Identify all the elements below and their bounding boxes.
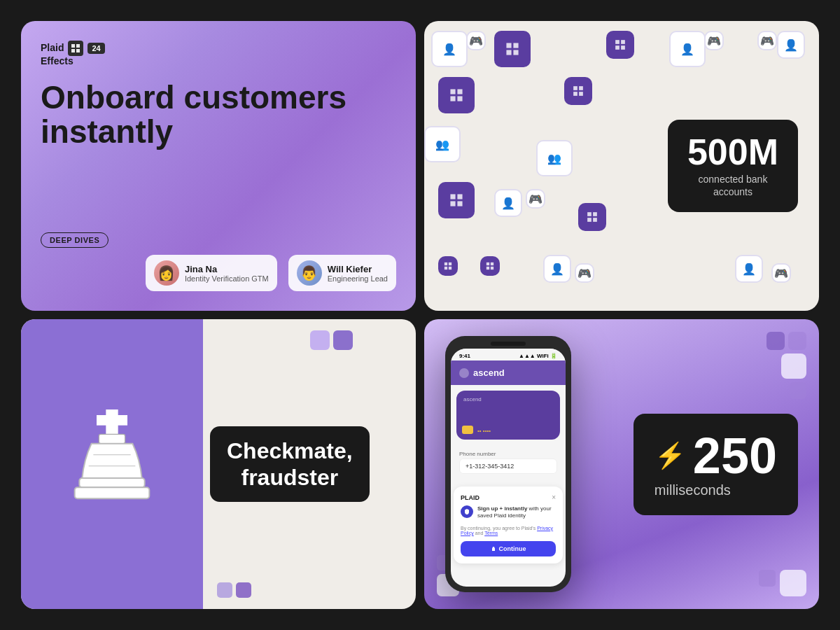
svg-rect-20 <box>450 194 455 199</box>
modal-text-block: Sign up + instantly with your saved Plai… <box>477 505 556 520</box>
continue-button[interactable]: Continue <box>461 541 556 556</box>
modal-and: and <box>475 531 484 536</box>
svg-rect-40 <box>75 487 150 498</box>
card-checkmate: Checkmate, fraudster <box>21 319 416 609</box>
svg-rect-0 <box>71 44 75 48</box>
svg-rect-11 <box>621 46 625 50</box>
phone-signal: ▲▲▲ WiFi 🔋 <box>519 353 557 359</box>
svg-rect-25 <box>593 212 597 216</box>
plaid-shield-icon <box>461 505 473 518</box>
deco-squares-tr <box>766 332 806 399</box>
svg-rect-3 <box>76 49 80 52</box>
modal-legal: By continuing, you agree to Plaid's <box>461 526 536 531</box>
btn-label-text: Continue <box>499 545 526 552</box>
svg-rect-39 <box>79 478 144 487</box>
plaid-modal-body: Sign up + instantly with your saved Plai… <box>461 505 556 520</box>
deco-squares-br <box>759 570 806 596</box>
node-person-2: 🎮 <box>466 31 486 50</box>
corner-deco-bottom <box>217 582 251 598</box>
node-person-8: 👥 <box>536 140 573 176</box>
modal-terms-link[interactable]: Terms <box>484 531 498 536</box>
node-plaid-2 <box>606 31 634 59</box>
phone-form-area: Phone number +1-312-345-3412 <box>451 445 566 484</box>
node-person-5: 👤 <box>777 31 805 59</box>
svg-rect-23 <box>457 201 462 206</box>
card-onboard: Plaid 24 Effects Onboard customers <box>21 21 416 311</box>
svg-rect-4 <box>506 43 511 48</box>
lock-icon <box>491 546 496 552</box>
svg-rect-33 <box>491 262 493 265</box>
svg-rect-32 <box>486 262 489 265</box>
svg-rect-27 <box>593 218 597 222</box>
node-person-11: 👤 <box>543 255 571 283</box>
speaker2-avatar: 👨 <box>297 260 322 286</box>
stat-label-line2: accounts <box>713 186 752 197</box>
node-person-9: 👤 <box>494 189 522 217</box>
speaker1-name: Jina Na <box>185 264 269 274</box>
speaker2-info: Will Kiefer Engineering Lead <box>328 264 388 283</box>
svg-rect-17 <box>579 86 583 90</box>
svg-rect-35 <box>491 267 493 270</box>
ms-number: 250 <box>693 430 777 481</box>
card-brand-name: ascend <box>463 396 482 402</box>
phone-mockup: 9:41 ▲▲▲ WiFi 🔋 ascend ascend •• •••• Ph… <box>445 336 571 592</box>
plaid-logo-name: Plaid <box>41 43 64 53</box>
svg-rect-8 <box>615 40 620 44</box>
lightning-icon: ⚡ <box>654 441 686 470</box>
svg-rect-19 <box>579 92 583 96</box>
speaker1-avatar: 👩 <box>154 260 179 286</box>
svg-rect-38 <box>99 434 125 443</box>
modal-close-btn[interactable]: × <box>552 493 556 501</box>
svg-rect-7 <box>513 50 518 55</box>
card1-title: Onboard customers instantly <box>41 80 396 148</box>
phone-app-header: ascend <box>451 360 566 385</box>
speaker1-role: Identity Verification GTM <box>185 274 269 283</box>
modal-headline: Sign up + instantly <box>477 505 527 512</box>
svg-rect-2 <box>71 49 75 52</box>
checkmate-line2: fraudster <box>241 465 338 490</box>
card-milliseconds: 9:41 ▲▲▲ WiFi 🔋 ascend ascend •• •••• Ph… <box>424 319 819 609</box>
svg-rect-28 <box>444 262 447 265</box>
checkmate-text-box: Checkmate, fraudster <box>210 426 370 503</box>
phone-number-label: Phone number <box>459 451 557 457</box>
app-logo-circle <box>459 368 469 378</box>
speaker2-name: Will Kiefer <box>328 264 388 274</box>
corner-deco-top <box>310 330 353 350</box>
phone-app-name: ascend <box>473 368 505 378</box>
deep-dives-tag: DEEP DIVES <box>41 232 108 248</box>
node-plaid-6 <box>578 203 606 231</box>
stat-label-line1: connected bank <box>699 174 768 185</box>
svg-rect-6 <box>506 50 511 55</box>
node-plaid-1 <box>494 31 531 67</box>
node-plaid-8 <box>480 256 500 276</box>
node-person-6: 🎮 <box>757 31 777 50</box>
checkmate-line1: Checkmate, <box>227 438 353 463</box>
stat-500m-box: 500M connected bank accounts <box>668 120 798 212</box>
node-person-13: 👤 <box>735 255 763 283</box>
modal-headline-text: Sign up + instantly with your saved Plai… <box>477 505 556 520</box>
speaker-1: 👩 Jina Na Identity Verification GTM <box>146 255 277 291</box>
card-500m: 👤 🎮 👤 🎮 👤 🎮 👥 👥 👤 🎮 <box>424 21 819 311</box>
ms-top-row: ⚡ 250 <box>654 430 777 481</box>
svg-rect-24 <box>587 212 592 216</box>
phone-screen: 9:41 ▲▲▲ WiFi 🔋 ascend ascend •• •••• Ph… <box>451 349 566 587</box>
phone-number-input: +1-312-345-3412 <box>459 458 557 474</box>
node-person-10: 🎮 <box>526 189 545 209</box>
plaid-modal-header: PLAID × <box>461 493 556 501</box>
card1-title-line2: instantly <box>41 113 173 150</box>
svg-rect-21 <box>457 194 462 199</box>
card-chip <box>462 426 473 434</box>
speakers-section: 👩 Jina Na Identity Verification GTM 👨 Wi… <box>41 255 396 291</box>
node-person-12: 🎮 <box>575 263 594 283</box>
plaid-logo-effects: Effects <box>41 56 105 66</box>
svg-rect-31 <box>449 267 451 270</box>
svg-rect-29 <box>449 262 451 265</box>
node-person-4: 🎮 <box>704 31 724 50</box>
stat-number: 500M <box>687 134 778 170</box>
phone-time: 9:41 <box>459 353 470 359</box>
svg-rect-34 <box>486 267 489 270</box>
svg-rect-15 <box>457 96 462 101</box>
svg-rect-9 <box>621 40 625 44</box>
card1-header: Plaid 24 Effects <box>41 41 396 66</box>
badge-year: 24 <box>88 43 104 54</box>
